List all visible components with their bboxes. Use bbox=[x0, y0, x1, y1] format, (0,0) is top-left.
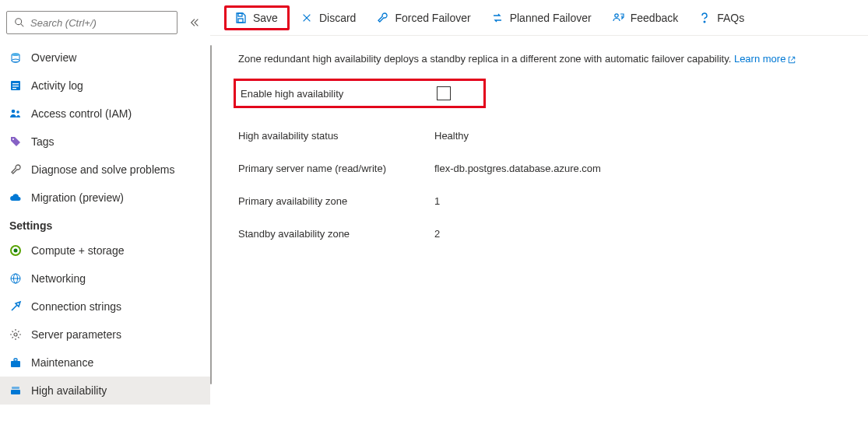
search-input[interactable] bbox=[30, 17, 170, 29]
row-label: Primary server name (read/write) bbox=[238, 163, 434, 174]
primary-zone-row: Primary availability zone 1 bbox=[238, 184, 846, 217]
svg-point-3 bbox=[12, 59, 19, 62]
database-icon bbox=[9, 51, 22, 64]
sidebar-item-maintenance[interactable]: Maintenance bbox=[0, 349, 210, 377]
enable-ha-checkbox[interactable] bbox=[437, 86, 451, 100]
sidebar-item-activity-log[interactable]: Activity log bbox=[0, 72, 210, 100]
compute-icon bbox=[9, 244, 22, 257]
row-value: 2 bbox=[434, 228, 440, 240]
svg-rect-21 bbox=[238, 13, 242, 16]
sidebar-item-diagnose[interactable]: Diagnose and solve problems bbox=[0, 156, 210, 184]
save-button[interactable]: Save bbox=[224, 5, 290, 30]
description-text: Zone redundant high availability deploys… bbox=[238, 53, 846, 65]
search-box[interactable] bbox=[6, 11, 177, 34]
planned-failover-label: Planned Failover bbox=[510, 12, 592, 24]
networking-icon bbox=[9, 272, 22, 285]
row-value: Healthy bbox=[434, 130, 469, 142]
command-bar: Save Discard Forced Failover Planned Fai… bbox=[210, 0, 868, 36]
planned-failover-button[interactable]: Planned Failover bbox=[483, 8, 601, 28]
sidebar-item-label: Server parameters bbox=[31, 328, 121, 341]
sidebar-item-access-control[interactable]: Access control (IAM) bbox=[0, 100, 210, 128]
sidebar-item-label: High availability bbox=[31, 384, 107, 397]
sidebar: Overview Activity log Access control (IA… bbox=[0, 0, 210, 431]
sidebar-item-label: Migration (preview) bbox=[31, 191, 124, 204]
sidebar-item-server-parameters[interactable]: Server parameters bbox=[0, 321, 210, 349]
svg-line-1 bbox=[21, 24, 24, 27]
description-body: Zone redundant high availability deploys… bbox=[238, 53, 731, 65]
sidebar-item-overview[interactable]: Overview bbox=[0, 44, 210, 72]
gear-icon bbox=[9, 328, 22, 341]
sidebar-item-migration[interactable]: Migration (preview) bbox=[0, 184, 210, 212]
feedback-icon bbox=[612, 12, 624, 24]
feedback-label: Feedback bbox=[631, 12, 678, 24]
svg-rect-19 bbox=[11, 390, 20, 394]
sidebar-item-label: Maintenance bbox=[31, 356, 93, 369]
sidebar-item-label: Activity log bbox=[31, 79, 83, 92]
svg-rect-18 bbox=[14, 359, 17, 361]
svg-point-16 bbox=[14, 333, 17, 336]
row-label: Standby availability zone bbox=[238, 228, 434, 240]
svg-rect-22 bbox=[238, 19, 243, 23]
save-icon bbox=[234, 12, 247, 24]
forced-failover-label: Forced Failover bbox=[395, 12, 470, 24]
faqs-button[interactable]: FAQs bbox=[691, 8, 754, 28]
svg-point-0 bbox=[16, 19, 22, 25]
people-icon bbox=[9, 107, 22, 120]
save-label: Save bbox=[253, 12, 278, 24]
sidebar-item-label: Connection strings bbox=[31, 300, 121, 313]
sidebar-item-label: Tags bbox=[31, 135, 54, 148]
sidebar-item-compute-storage[interactable]: Compute + storage bbox=[0, 237, 210, 265]
svg-point-10 bbox=[12, 138, 14, 140]
activity-log-icon bbox=[9, 79, 22, 92]
standby-zone-row: Standby availability zone 2 bbox=[238, 217, 846, 250]
learn-more-link[interactable]: Learn more bbox=[734, 53, 796, 65]
row-label: High availability status bbox=[238, 130, 434, 142]
faqs-label: FAQs bbox=[717, 12, 744, 24]
svg-rect-5 bbox=[12, 83, 19, 84]
discard-button[interactable]: Discard bbox=[293, 8, 365, 28]
svg-point-26 bbox=[704, 21, 705, 23]
feedback-button[interactable]: Feedback bbox=[604, 8, 687, 28]
forced-failover-button[interactable]: Forced Failover bbox=[368, 8, 480, 28]
sidebar-item-connection-strings[interactable]: Connection strings bbox=[0, 293, 210, 321]
ha-status-row: High availability status Healthy bbox=[238, 119, 846, 152]
svg-point-25 bbox=[615, 13, 618, 16]
discard-icon bbox=[300, 12, 313, 24]
row-label: Primary availability zone bbox=[238, 195, 434, 207]
sidebar-item-tags[interactable]: Tags bbox=[0, 128, 210, 156]
sidebar-item-label: Compute + storage bbox=[31, 244, 124, 257]
sidebar-item-label: Networking bbox=[31, 272, 86, 285]
cloud-migrate-icon bbox=[9, 191, 22, 204]
sidebar-item-label: Diagnose and solve problems bbox=[31, 163, 174, 176]
maintenance-icon bbox=[9, 356, 22, 369]
svg-point-9 bbox=[16, 110, 19, 114]
wrench-icon bbox=[9, 163, 22, 176]
sidebar-item-label: Overview bbox=[31, 51, 76, 64]
connection-icon bbox=[9, 300, 22, 313]
search-icon bbox=[13, 16, 26, 29]
svg-point-12 bbox=[14, 249, 18, 253]
sidebar-item-high-availability[interactable]: High availability bbox=[0, 377, 210, 405]
svg-rect-6 bbox=[12, 86, 19, 86]
primary-server-row: Primary server name (read/write) flex-db… bbox=[238, 152, 846, 184]
svg-rect-17 bbox=[11, 361, 20, 367]
enable-ha-label: Enable high availability bbox=[241, 88, 437, 100]
vertical-separator bbox=[210, 45, 212, 384]
collapse-sidebar-button[interactable] bbox=[185, 13, 204, 32]
svg-rect-20 bbox=[12, 387, 19, 389]
sidebar-item-label: Access control (IAM) bbox=[31, 107, 132, 120]
swap-icon bbox=[491, 12, 504, 24]
svg-rect-7 bbox=[12, 88, 16, 89]
row-value: flex-db.postgres.database.azure.com bbox=[434, 163, 601, 174]
wrench-icon bbox=[376, 12, 388, 24]
discard-label: Discard bbox=[319, 12, 356, 24]
sidebar-section-settings: Settings bbox=[0, 212, 210, 237]
tag-icon bbox=[9, 135, 22, 148]
external-link-icon bbox=[787, 55, 796, 65]
svg-point-8 bbox=[12, 110, 16, 114]
sidebar-item-networking[interactable]: Networking bbox=[0, 265, 210, 293]
row-value: 1 bbox=[434, 195, 440, 207]
enable-high-availability-row: Enable high availability bbox=[234, 79, 486, 108]
learn-more-label: Learn more bbox=[734, 53, 785, 65]
svg-point-2 bbox=[12, 53, 19, 56]
